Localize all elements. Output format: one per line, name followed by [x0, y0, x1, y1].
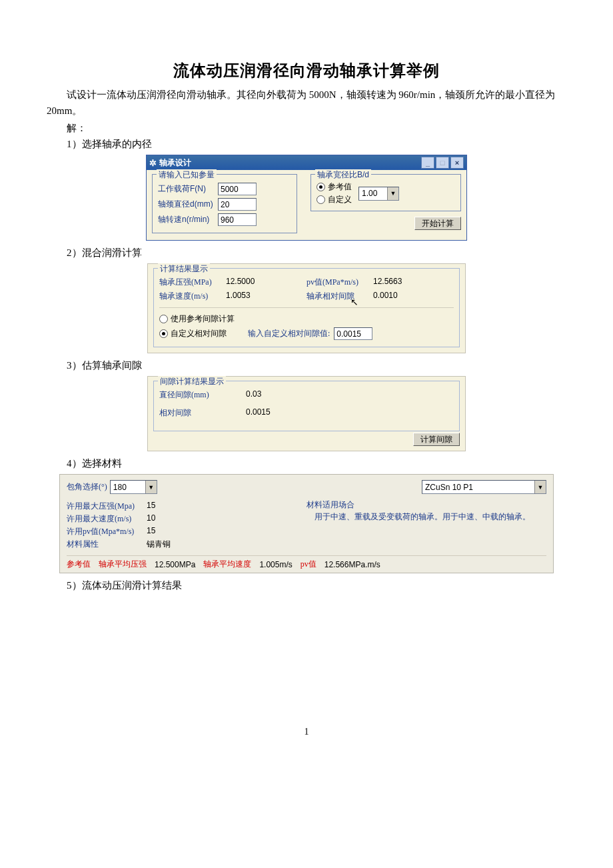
radio-custom[interactable] — [316, 195, 325, 204]
calc-clearance-button[interactable]: 计算间隙 — [413, 433, 460, 446]
allow-p-label: 许用最大压强(Mpa) — [67, 501, 147, 512]
chevron-down-icon: ▼ — [387, 187, 398, 200]
pressure-label: 轴承压强(MPa) — [159, 277, 226, 288]
allow-pv-value: 15 — [147, 526, 155, 537]
chevron-down-icon: ▼ — [534, 481, 546, 493]
diam-clearance-label: 直径间隙(mm) — [159, 389, 246, 401]
bd-ratio-group: 轴承宽径比B/d 参考值 自定义 — [310, 174, 461, 211]
radio-custom-label: 自定义 — [328, 194, 352, 205]
pv-label: pv值(MPa*m/s) — [306, 277, 373, 288]
load-label: 工作载荷F(N) — [158, 183, 218, 195]
radio-use-ref-label: 使用参考间隙计算 — [171, 313, 235, 325]
step-5: 5）流体动压润滑计算结果 — [47, 577, 566, 593]
material-value: ZCuSn 10 P1 — [422, 483, 534, 492]
custom-clearance-input[interactable]: 0.0015 — [334, 327, 372, 340]
diameter-input[interactable]: 20 — [218, 198, 257, 211]
pv-label2: pv值 — [301, 559, 316, 570]
velocity-value: 1.0053 — [226, 291, 273, 302]
cursor-icon: ↖ — [350, 297, 358, 308]
rel-clearance-label: 轴承相对间隙 — [306, 291, 373, 302]
bd-ratio-value: 1.00 — [359, 189, 387, 198]
wrap-angle-label: 包角选择(°) — [67, 481, 107, 493]
mat-prop-label: 材料属性 — [67, 539, 147, 550]
rel-clearance-value: 0.0010 — [373, 291, 420, 302]
rel-clearance2-label: 相对间隙 — [159, 407, 246, 419]
screenshot-3: 间隙计算结果显示 直径间隙(mm) 0.03 相对间隙 0.0015 计算间隙 — [147, 376, 466, 451]
pressure-value: 12.5000 — [226, 277, 273, 288]
maximize-button[interactable]: □ — [436, 157, 449, 169]
bd-ratio-combo[interactable]: 1.00 ▼ — [358, 187, 399, 201]
mat-prop-value: 锡青铜 — [147, 539, 171, 550]
gear-icon: ✲ — [149, 158, 157, 168]
step-4: 4）选择材料 — [47, 455, 566, 471]
start-calc-button[interactable]: 开始计算 — [414, 217, 461, 230]
speed-label: 轴转速n(r/min) — [158, 214, 218, 225]
chevron-down-icon: ▼ — [145, 481, 157, 493]
screenshot-1: ✲ 轴承设计 _ □ × 请输入已知参量 工作载荷F(N) 5000 轴颈直径d… — [146, 155, 467, 241]
avg-pressure-label: 轴承平均压强 — [99, 559, 147, 570]
usecase-label: 材料适用场合 — [306, 499, 546, 511]
allow-p-value: 15 — [147, 501, 155, 512]
allow-v-value: 10 — [147, 513, 155, 525]
allow-pv-label: 许用pv值(Mpa*m/s) — [67, 526, 147, 537]
diameter-label: 轴颈直径d(mm) — [158, 199, 218, 210]
pv-value2: 12.566MPa.m/s — [324, 560, 380, 569]
radio-custom-clearance[interactable] — [159, 329, 168, 338]
clearance-results-group: 间隙计算结果显示 直径间隙(mm) 0.03 相对间隙 0.0015 — [153, 381, 460, 431]
step-2: 2）混合润滑计算 — [47, 245, 566, 261]
clearance-results-legend: 间隙计算结果显示 — [158, 376, 226, 387]
screenshot-4: 包角选择(°) 180 ▼ ZCuSn 10 P1 ▼ 许用最大压强(Mpa)1… — [59, 474, 554, 573]
allow-v-label: 许用最大速度(m/s) — [67, 513, 147, 525]
rel-clearance2-value: 0.0015 — [246, 407, 293, 419]
avg-speed-label: 轴承平均速度 — [203, 559, 251, 570]
ref-values-label: 参考值 — [67, 559, 91, 570]
wrap-angle-value: 180 — [111, 483, 145, 492]
page-number: 1 — [47, 727, 566, 737]
radio-reference-label: 参考值 — [328, 181, 352, 193]
usecase-text: 用于中速、重载及受变载荷的轴承。用于中速、中载的轴承。 — [306, 511, 546, 523]
window-title: 轴承设计 — [159, 157, 191, 169]
avg-speed-value: 1.005m/s — [259, 560, 292, 569]
screenshot-2: 计算结果显示 轴承压强(MPa) 12.5000 轴承速度(m/s) 1.005… — [147, 263, 466, 353]
radio-use-ref-clearance[interactable] — [159, 315, 168, 323]
custom-clearance-prompt: 输入自定义相对间隙值: — [248, 328, 330, 339]
results-legend: 计算结果显示 — [158, 263, 210, 275]
load-input[interactable]: 5000 — [218, 183, 257, 195]
intro-text: 试设计一流体动压润滑径向滑动轴承。其径向外载荷为 5000N，轴颈转速为 960… — [47, 87, 566, 119]
material-combo[interactable]: ZCuSn 10 P1 ▼ — [422, 480, 546, 494]
step-1: 1）选择轴承的内径 — [47, 136, 566, 152]
speed-input[interactable]: 960 — [218, 213, 257, 226]
step-3: 3）估算轴承间隙 — [47, 357, 566, 373]
bd-ratio-legend: 轴承宽径比B/d — [315, 169, 371, 181]
input-params-group: 请输入已知参量 工作载荷F(N) 5000 轴颈直径d(mm) 20 轴转速n(… — [152, 174, 297, 233]
minimize-button[interactable]: _ — [421, 157, 434, 169]
diam-clearance-value: 0.03 — [246, 389, 293, 401]
wrap-angle-combo[interactable]: 180 ▼ — [110, 480, 157, 494]
results-group: 计算结果显示 轴承压强(MPa) 12.5000 轴承速度(m/s) 1.005… — [153, 268, 460, 347]
radio-reference[interactable] — [316, 183, 325, 191]
window-titlebar: ✲ 轴承设计 _ □ × — [147, 155, 466, 170]
velocity-label: 轴承速度(m/s) — [159, 291, 226, 302]
input-params-legend: 请输入已知参量 — [157, 169, 217, 181]
pv-value: 12.5663 — [373, 277, 420, 288]
solve-label: 解： — [47, 120, 566, 136]
avg-pressure-value: 12.500MPa — [155, 560, 195, 569]
close-button[interactable]: × — [450, 157, 464, 169]
radio-custom-clearance-label: 自定义相对间隙 — [171, 328, 244, 339]
page-title: 流体动压润滑径向滑动轴承计算举例 — [47, 60, 566, 81]
